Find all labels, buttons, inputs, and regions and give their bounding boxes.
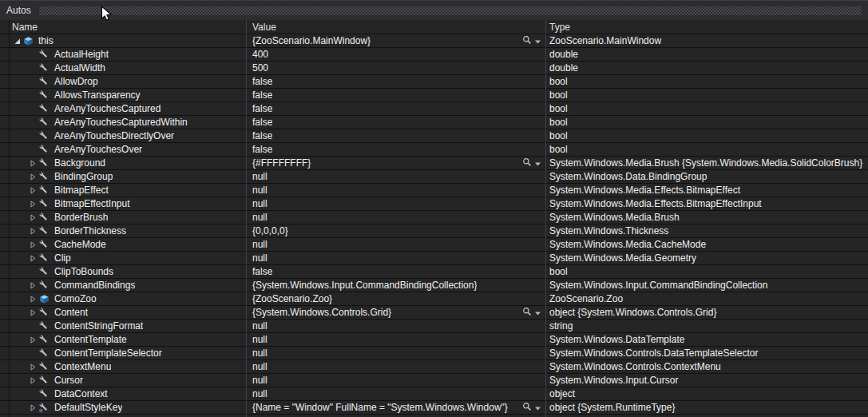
property-name: BindingGroup	[54, 171, 113, 182]
value-inspect-button[interactable]	[522, 157, 541, 169]
table-row[interactable]: AreAnyTouchesOverfalsebool	[0, 143, 868, 157]
name-value-divider[interactable]	[246, 20, 247, 417]
table-row[interactable]: AreAnyTouchesDirectlyOverfalsebool	[0, 129, 868, 143]
table-row[interactable]: ComoZoo{ZooScenario.Zoo}ZooScenario.Zoo	[0, 292, 868, 306]
value-cell: null	[246, 212, 545, 223]
expand-icon[interactable]	[27, 280, 38, 291]
value-cell: null	[246, 388, 545, 399]
table-row[interactable]: BitmapEffectInputnullSystem.Windows.Medi…	[0, 197, 868, 211]
value-inspect-button[interactable]	[522, 35, 541, 47]
expand-icon[interactable]	[27, 198, 38, 209]
property-name: CommandBindings	[54, 280, 135, 291]
expander-placeholder	[27, 266, 38, 277]
value-cell: false	[246, 89, 545, 101]
column-header-name[interactable]: Name	[0, 22, 246, 33]
expand-icon[interactable]	[27, 361, 38, 372]
table-row[interactable]: DataContextnullobject	[0, 387, 868, 401]
property-value: null	[252, 375, 268, 386]
table-row[interactable]: ClipnullSystem.Windows.Media.Geometry	[0, 252, 868, 265]
value-inspect-button[interactable]	[522, 307, 541, 319]
table-row[interactable]: AllowsTransparencyfalsebool	[0, 89, 868, 102]
expand-icon[interactable]	[27, 293, 38, 304]
property-value: null	[252, 239, 268, 250]
name-cell: AreAnyTouchesDirectlyOver	[0, 130, 246, 141]
table-row[interactable]: ActualHeight400double	[0, 48, 868, 62]
table-row[interactable]: ClipToBoundsfalsebool	[0, 265, 868, 279]
table-row[interactable]: BitmapEffectnullSystem.Windows.Media.Eff…	[0, 184, 868, 197]
value-type-divider[interactable]	[545, 20, 546, 417]
class-icon	[38, 293, 50, 304]
expander-placeholder	[27, 103, 38, 114]
expander-placeholder	[27, 130, 38, 141]
property-name: AllowsTransparency	[54, 89, 141, 101]
value-cell: null	[246, 185, 545, 196]
expand-icon[interactable]	[27, 307, 38, 318]
table-row[interactable]: ActualWidth500double	[0, 62, 868, 75]
expand-icon[interactable]	[27, 402, 38, 413]
property-name: ActualHeight	[54, 49, 109, 60]
wrench-icon	[38, 198, 50, 209]
property-value: null	[252, 361, 268, 372]
table-row[interactable]: BindingGroupnullSystem.Windows.Data.Bind…	[0, 170, 868, 184]
table-row[interactable]: ContentStringFormatnullstring	[0, 320, 868, 333]
wrench-icon	[38, 361, 50, 372]
autos-panel-titlebar[interactable]: Autos	[0, 0, 868, 20]
column-header-value[interactable]: Value	[246, 22, 545, 33]
property-name: BorderBrush	[54, 212, 108, 223]
expand-icon[interactable]	[27, 212, 38, 223]
magnifier-icon[interactable]	[522, 307, 532, 319]
table-row[interactable]: AreAnyTouchesCapturedWithinfalsebool	[0, 116, 868, 129]
table-row[interactable]: this{ZooScenario.MainWindow}ZooScenario.…	[0, 34, 868, 48]
table-row[interactable]: CommandBindings{System.Windows.Input.Com…	[0, 279, 868, 292]
name-cell: ActualWidth	[0, 62, 246, 73]
magnifier-icon[interactable]	[522, 402, 532, 414]
column-header-type[interactable]: Type	[545, 22, 868, 33]
expander-placeholder	[27, 62, 38, 73]
name-cell: AreAnyTouchesOver	[0, 144, 246, 155]
dropdown-icon[interactable]	[535, 307, 541, 318]
expand-icon[interactable]	[27, 157, 38, 169]
dropdown-icon[interactable]	[535, 35, 541, 46]
expand-icon[interactable]	[27, 171, 38, 182]
property-value: null	[252, 198, 268, 209]
table-row[interactable]: Content{System.Windows.Controls.Grid}obj…	[0, 306, 868, 320]
value-cell: {System.Windows.Input.CommandBindingColl…	[246, 280, 545, 291]
expand-icon[interactable]	[27, 334, 38, 345]
expand-icon[interactable]	[27, 252, 38, 264]
table-row[interactable]: ContentTemplateSelectornullSystem.Window…	[0, 347, 868, 360]
type-cell: System.Windows.Media.Brush	[545, 212, 868, 223]
expand-icon[interactable]	[27, 185, 38, 196]
value-cell: false	[246, 76, 545, 87]
table-row[interactable]: Background{#FFFFFFFF}System.Windows.Medi…	[0, 157, 868, 170]
property-value: 400	[252, 49, 268, 60]
property-value: null	[252, 320, 268, 332]
table-row[interactable]: BorderBrushnullSystem.Windows.Media.Brus…	[0, 211, 868, 224]
table-row[interactable]: CursornullSystem.Windows.Input.Cursor	[0, 374, 868, 387]
property-value: {ZooScenario.MainWindow}	[252, 35, 371, 46]
expand-icon[interactable]	[27, 239, 38, 250]
property-name: AreAnyTouchesCapturedWithin	[54, 117, 188, 128]
expand-icon[interactable]	[27, 375, 38, 386]
value-inspect-button[interactable]	[522, 402, 541, 414]
dropdown-icon[interactable]	[535, 157, 541, 169]
property-type: bool	[549, 117, 568, 128]
table-row[interactable]: DefaultStyleKey{Name = "Window" FullName…	[0, 401, 868, 415]
expand-icon[interactable]	[27, 225, 38, 236]
magnifier-icon[interactable]	[522, 157, 532, 169]
wrench-icon	[38, 117, 50, 128]
value-cell: null	[246, 239, 545, 250]
property-name: AreAnyTouchesCaptured	[54, 103, 161, 114]
magnifier-icon[interactable]	[522, 35, 532, 47]
column-headers: Name Value Type	[0, 20, 868, 34]
table-row[interactable]: BorderThickness{0,0,0,0}System.Windows.T…	[0, 224, 868, 238]
table-row[interactable]: ContextMenunullSystem.Windows.Controls.C…	[0, 360, 868, 374]
collapse-icon[interactable]	[11, 35, 22, 46]
property-value: false	[252, 76, 272, 87]
value-cell: null	[246, 198, 545, 209]
dropdown-icon[interactable]	[535, 402, 541, 413]
table-row[interactable]: AllowDropfalsebool	[0, 75, 868, 89]
table-row[interactable]: AreAnyTouchesCapturedfalsebool	[0, 102, 868, 116]
property-value: false	[252, 103, 272, 114]
table-row[interactable]: ContentTemplatenullSystem.Windows.DataTe…	[0, 333, 868, 347]
table-row[interactable]: CacheModenullSystem.Windows.Media.CacheM…	[0, 238, 868, 252]
